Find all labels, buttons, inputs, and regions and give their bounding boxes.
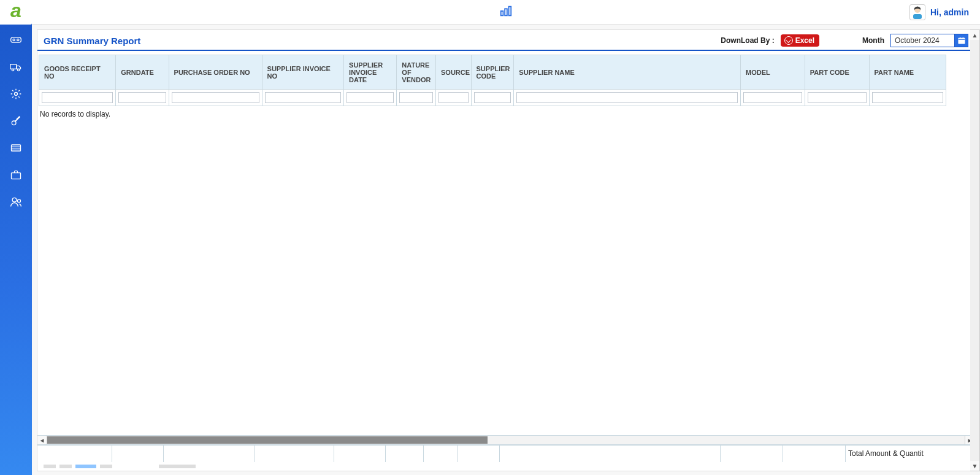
filter-cell — [805, 90, 869, 106]
briefcase-icon[interactable] — [9, 168, 23, 182]
svg-point-13 — [18, 199, 21, 203]
pager-next[interactable] — [100, 465, 112, 468]
filter-cell — [514, 90, 741, 106]
download-icon — [784, 36, 793, 45]
column-header[interactable]: PURCHASE ORDER NO — [169, 55, 262, 90]
column-header[interactable]: SUPPLIER INVOICE DATE — [344, 55, 397, 90]
filter-input[interactable] — [743, 92, 802, 103]
truck-icon[interactable] — [9, 60, 23, 74]
excel-button[interactable]: Excel — [781, 34, 819, 47]
table-area: GOODS RECEIPT NOGRNDATEPURCHASE ORDER NO… — [37, 51, 974, 471]
filter-input[interactable] — [42, 92, 113, 103]
topbar-right: Hi, admin — [909, 4, 980, 20]
filter-cell — [397, 90, 436, 106]
grn-table: GOODS RECEIPT NOGRNDATEPURCHASE ORDER NO… — [39, 55, 946, 106]
month-picker — [890, 34, 968, 47]
footer-cell — [334, 446, 386, 462]
month-label: Month — [862, 36, 884, 45]
calendar-button[interactable] — [955, 34, 968, 47]
column-header[interactable]: NATURE OF VENDOR — [397, 55, 436, 90]
horizontal-scrollbar[interactable]: ◄ ► — [37, 435, 974, 445]
filter-cell — [262, 90, 344, 106]
column-header[interactable]: MODEL — [741, 55, 805, 90]
user-greeting[interactable]: Hi, admin — [930, 7, 969, 17]
filter-cell — [39, 90, 116, 106]
scroll-thumb[interactable] — [47, 436, 488, 444]
pagination[interactable] — [37, 462, 974, 471]
footer-cell — [255, 446, 334, 462]
footer-cell — [37, 446, 112, 462]
pager-first[interactable] — [44, 465, 56, 468]
column-header[interactable]: SUPPLIER NAME — [514, 55, 741, 90]
users-icon[interactable] — [9, 195, 23, 209]
filter-cell — [741, 90, 805, 106]
download-label: DownLoad By : — [721, 36, 774, 45]
filter-input[interactable] — [172, 92, 259, 103]
filter-input[interactable] — [808, 92, 867, 103]
scroll-down-icon[interactable]: ▼ — [970, 461, 979, 471]
no-records-message: No records to display. — [37, 106, 974, 122]
column-header[interactable]: SUPPLIER CODE — [471, 55, 514, 90]
month-input[interactable] — [890, 34, 955, 47]
avatar[interactable] — [909, 4, 925, 20]
sidebar: a — [0, 0, 32, 475]
vr-icon[interactable] — [9, 33, 23, 47]
column-header[interactable]: GRNDATE — [116, 55, 169, 90]
table-header-row: GOODS RECEIPT NOGRNDATEPURCHASE ORDER NO… — [39, 55, 946, 90]
chart-icon[interactable] — [496, 2, 516, 22]
filter-input[interactable] — [474, 92, 511, 103]
column-header[interactable]: SOURCE — [436, 55, 472, 90]
filter-input[interactable] — [872, 92, 943, 103]
scroll-up-icon[interactable]: ▲ — [970, 30, 979, 40]
footer-cell — [458, 446, 500, 462]
svg-rect-14 — [501, 11, 503, 15]
filter-input[interactable] — [265, 92, 342, 103]
svg-rect-11 — [12, 173, 21, 179]
filter-input[interactable] — [438, 92, 469, 103]
logo-letter: a — [10, 1, 21, 20]
filter-cell — [471, 90, 514, 106]
column-header[interactable]: PART NAME — [869, 55, 946, 90]
table-footer-row: Total Amount & Quantit — [37, 445, 974, 462]
report-panel: GRN Summary Report DownLoad By : Excel M… — [37, 29, 975, 471]
svg-rect-3 — [10, 64, 17, 69]
footer-cell — [500, 446, 721, 462]
column-header[interactable]: PART CODE — [805, 55, 869, 90]
card-icon[interactable] — [9, 141, 23, 155]
footer-total-cell: Total Amount & Quantit — [846, 446, 974, 462]
excel-button-label: Excel — [795, 36, 814, 45]
vscroll-track[interactable] — [970, 40, 979, 461]
filter-input[interactable] — [346, 92, 394, 103]
footer-cell — [164, 446, 255, 462]
svg-point-4 — [12, 69, 13, 71]
sidebar-nav — [9, 33, 23, 209]
filter-input[interactable] — [118, 92, 166, 103]
svg-rect-18 — [913, 14, 922, 19]
scroll-left-icon[interactable]: ◄ — [37, 436, 47, 444]
pager-current[interactable] — [75, 465, 96, 468]
svg-point-5 — [18, 69, 20, 71]
page-title: GRN Summary Report — [44, 36, 140, 46]
pager-pagesize[interactable] — [159, 465, 196, 468]
header-actions: DownLoad By : Excel Month — [721, 34, 968, 47]
table-filter-row — [39, 90, 946, 106]
column-header[interactable]: SUPPLIER INVOICE NO — [262, 55, 344, 90]
column-header[interactable]: GOODS RECEIPT NO — [39, 55, 116, 90]
main: GRN Summary Report DownLoad By : Excel M… — [32, 25, 980, 475]
vertical-scrollbar[interactable]: ▲ ▼ — [970, 29, 980, 471]
scroll-track[interactable] — [47, 436, 965, 444]
filter-cell — [344, 90, 397, 106]
filter-cell — [116, 90, 169, 106]
filter-input[interactable] — [399, 92, 433, 103]
logo: a — [0, 0, 32, 25]
svg-rect-8 — [12, 145, 21, 151]
gear-icon[interactable] — [9, 87, 23, 101]
footer-total-label: Total Amount & Quantit — [846, 446, 974, 458]
filter-input[interactable] — [516, 92, 738, 103]
table-scroll: GOODS RECEIPT NOGRNDATEPURCHASE ORDER NO… — [37, 55, 974, 122]
pager-prev[interactable] — [59, 465, 72, 468]
meteor-icon[interactable] — [9, 114, 23, 128]
footer-cell — [386, 446, 424, 462]
topbar-center — [496, 2, 516, 22]
svg-point-12 — [12, 198, 17, 202]
